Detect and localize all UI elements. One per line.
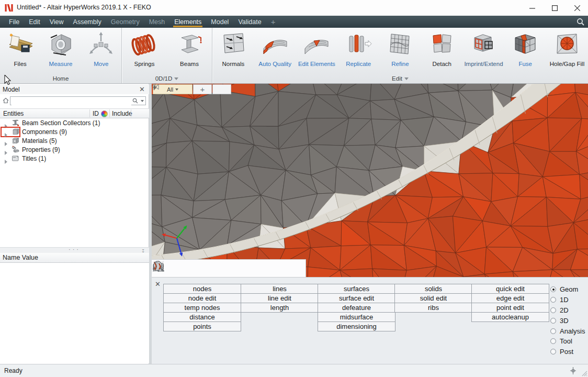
ribbon-tool-hole-gap-fill[interactable]: Hole/Gap Fill <box>547 28 588 67</box>
panel-button-solid-edit[interactable]: solid edit <box>394 293 472 303</box>
menu-item-mesh[interactable]: Mesh <box>144 16 170 28</box>
tree-item-titles[interactable]: Titles (1) <box>0 154 149 163</box>
ribbon-tool-imprint-extend[interactable]: Imprint/Extend <box>463 28 504 67</box>
ribbon-tool-beams[interactable]: Beams <box>167 28 212 67</box>
radio-icon <box>550 328 556 334</box>
mode-radio-tool[interactable]: Tool <box>550 336 585 347</box>
tree-item-materials[interactable]: Materials (5) <box>0 136 149 145</box>
panel-button-nodes[interactable]: nodes <box>163 284 241 294</box>
cube-icon[interactable] <box>208 261 227 276</box>
search-icon[interactable] <box>576 17 585 27</box>
ribbon-tool-move[interactable]: Move <box>81 28 121 67</box>
perspective-icon[interactable] <box>284 261 302 276</box>
ribbon-tool-refine[interactable]: Refine <box>379 28 421 67</box>
radio-icon <box>550 338 556 344</box>
menu-item-view[interactable]: View <box>45 16 69 28</box>
ribbon-tool-fuse[interactable]: Fuse <box>505 28 546 67</box>
tree-item-properties[interactable]: Properties (9) <box>0 145 149 154</box>
ribbon-tool-springs[interactable]: Springs <box>122 28 167 67</box>
ribbon-tool-auto-quality[interactable]: Auto Quality <box>254 28 296 67</box>
panel-button-surface-edit[interactable]: surface edit <box>318 293 395 303</box>
title-bar: Untitled* - Altair HyperWorks 2019.1 X -… <box>0 0 588 16</box>
menu-item-edit[interactable]: Edit <box>24 16 45 28</box>
search-glass-icon[interactable] <box>132 98 138 104</box>
maximize-button[interactable] <box>544 0 566 16</box>
ribbon-tool-detach[interactable]: Detach <box>421 28 462 67</box>
tree-item-beam-section-collectors[interactable]: Beam Section Collectors (1) <box>0 118 149 127</box>
ribbon-tool-normals[interactable]: Normals <box>212 28 254 67</box>
refine-icon <box>386 30 414 60</box>
panel-button-node-edit[interactable]: node edit <box>163 293 241 303</box>
ribbon-group-label-0d-1d[interactable]: 0D/1D <box>122 75 212 82</box>
panel-button-distance[interactable]: distance <box>163 312 241 322</box>
model-search-box <box>10 96 146 105</box>
previous-view-button[interactable] <box>212 84 231 94</box>
properties-icon <box>12 146 19 153</box>
ribbon-tool-label: Edit Elements <box>298 61 335 67</box>
panel-column-4: solidssolid editribs <box>394 284 472 313</box>
panel-button-points[interactable]: points <box>163 321 241 331</box>
panel-button-point-edit[interactable]: point edit <box>471 303 549 313</box>
triad-icon[interactable] <box>246 261 265 276</box>
camera-icon[interactable] <box>171 261 189 276</box>
ribbon-tool-files[interactable]: Files <box>0 28 40 67</box>
ribbon-tool-measure[interactable]: Measure <box>40 28 81 67</box>
panel-button-autocleanup[interactable]: autocleanup <box>471 312 549 322</box>
zoom-cube-icon[interactable] <box>265 261 284 276</box>
menu-item-geometry[interactable]: Geometry <box>106 16 144 28</box>
ribbon-group-label-edit[interactable]: Edit <box>212 75 588 82</box>
panel-button-quick-edit[interactable]: quick edit <box>471 284 549 294</box>
panel-button-line-edit[interactable]: line edit <box>241 293 319 303</box>
mode-radio-3d[interactable]: 3D <box>550 315 585 326</box>
panel-button-temp-nodes[interactable]: temp nodes <box>163 303 241 313</box>
mode-radio-post[interactable]: Post <box>550 347 585 357</box>
expand-arrow-icon[interactable] <box>5 157 7 166</box>
color-column-icon[interactable] <box>101 110 108 117</box>
panel-button-defeature[interactable]: defeature <box>318 303 395 313</box>
menu-item-model[interactable]: Model <box>206 16 233 28</box>
panel-button-length[interactable]: length <box>241 303 319 313</box>
viewport-canvas[interactable]: All + <box>152 84 588 277</box>
id-column-label[interactable]: ID <box>93 110 99 117</box>
ribbon-tool-label: Files <box>14 61 27 67</box>
ribbon-tool-replicate[interactable]: Replicate <box>338 28 379 67</box>
menu-item-elements[interactable]: Elements <box>169 16 206 28</box>
panel-button-lines[interactable]: lines <box>241 284 319 294</box>
panel-button-surfaces[interactable]: surfaces <box>318 284 395 294</box>
close-button[interactable] <box>566 0 588 16</box>
minimize-button[interactable] <box>521 0 543 16</box>
menu-item-add[interactable]: + <box>266 16 280 28</box>
menu-bar: FileEditViewAssemblyGeometryMeshElements… <box>0 16 588 28</box>
mode-radio-1d[interactable]: 1D <box>550 295 585 305</box>
panel-button-dimensioning[interactable]: dimensioning <box>318 321 395 331</box>
model-panel-close-icon[interactable]: ✕ <box>139 85 145 93</box>
mode-radio-geom[interactable]: Geom <box>550 284 585 295</box>
mode-radio-2d[interactable]: 2D <box>550 305 585 316</box>
panel-button-edge-edit[interactable]: edge edit <box>471 293 549 303</box>
graphics-indicator-icon[interactable] <box>570 367 576 374</box>
menu-item-assembly[interactable]: Assembly <box>69 16 106 28</box>
altair-logo <box>5 4 13 12</box>
search-options-chevron-icon[interactable] <box>141 100 144 102</box>
chevron-down-icon <box>174 77 178 80</box>
ribbon-tool-label: Beams <box>180 61 199 67</box>
panels-icon[interactable] <box>227 261 246 276</box>
entities-column-label[interactable]: Entities <box>3 110 24 117</box>
resize-grip[interactable] <box>581 370 587 376</box>
tree-item-components[interactable]: Components (9) <box>0 127 149 136</box>
shell-icon[interactable] <box>189 261 208 276</box>
panel-button-midsurface[interactable]: midsurface <box>318 312 395 322</box>
panel-button-solids[interactable]: solids <box>394 284 472 294</box>
model-search-input[interactable] <box>12 97 131 105</box>
mode-radio-analysis[interactable]: Analysis <box>550 326 585 336</box>
ribbon-tool-edit-elements[interactable]: Edit Elements <box>296 28 337 67</box>
add-view-button[interactable]: + <box>193 84 212 94</box>
panel-button-ribs[interactable]: ribs <box>394 303 472 313</box>
menu-item-file[interactable]: File <box>4 16 24 28</box>
panel-close-icon[interactable]: ✕ <box>155 280 161 288</box>
menu-item-validate[interactable]: Validate <box>233 16 266 28</box>
tree-item-label: Components (9) <box>22 128 67 136</box>
include-column-label[interactable]: Include <box>112 110 132 117</box>
collapse-chevron-icon[interactable]: ⌄⌄ <box>141 248 145 252</box>
home-icon[interactable] <box>3 97 9 104</box>
